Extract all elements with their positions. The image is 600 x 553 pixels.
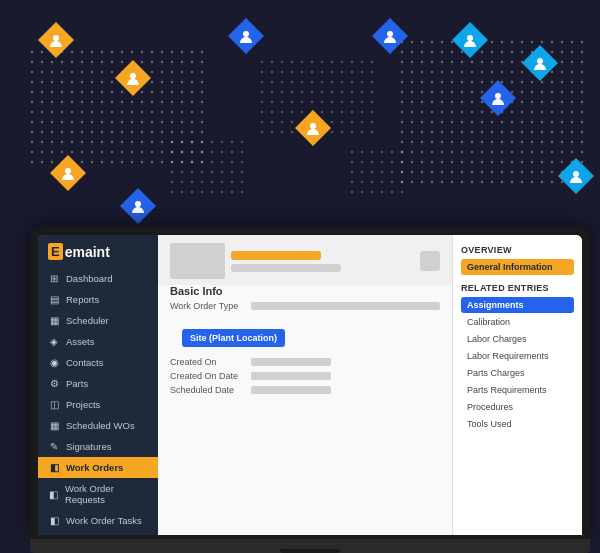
overview-title: Overview — [461, 245, 574, 255]
header-title-placeholder — [231, 251, 321, 260]
svg-rect-4 — [400, 40, 590, 190]
sidebar-label-projects: Projects — [66, 399, 100, 410]
sidebar-item-parts[interactable]: ⚙ Parts — [38, 373, 158, 394]
scheduled-date-value — [251, 386, 331, 394]
work-order-type-value — [251, 302, 440, 310]
svg-rect-6 — [350, 150, 410, 200]
sidebar: E emaint ⊞ Dashboard ▤ Reports ▦ Schedul… — [38, 235, 158, 535]
sidebar-item-scheduled-wos[interactable]: ▦ Scheduled WOs — [38, 415, 158, 436]
sidebar-label-parts: Parts — [66, 378, 88, 389]
projects-icon: ◫ — [48, 399, 60, 410]
svg-point-14 — [135, 201, 141, 207]
sidebar-label-reports: Reports — [66, 294, 99, 305]
logo-letter: E — [48, 243, 63, 260]
svg-point-10 — [310, 123, 316, 129]
related-entries-title: Related Entries — [461, 283, 574, 293]
laptop-base — [30, 539, 590, 553]
site-button[interactable]: Site (Plant Location) — [182, 329, 285, 347]
laptop-screen: E emaint ⊞ Dashboard ▤ Reports ▦ Schedul… — [38, 235, 582, 535]
header-image-placeholder — [170, 243, 225, 279]
panel-item-tools-used[interactable]: Tools Used — [461, 416, 574, 432]
svg-point-11 — [243, 31, 249, 37]
svg-point-9 — [65, 168, 71, 174]
scheduled-date-label: Scheduled Date — [170, 385, 245, 395]
sidebar-label-work-orders: Work Orders — [66, 462, 123, 473]
laptop-screen-outer: E emaint ⊞ Dashboard ▤ Reports ▦ Schedul… — [30, 227, 590, 539]
svg-point-8 — [130, 73, 136, 79]
sidebar-item-work-orders[interactable]: ◧ Work Orders — [38, 457, 158, 478]
sidebar-item-work-order-requests[interactable]: ◧ Work Order Requests — [38, 478, 158, 510]
panel-item-labor-charges[interactable]: Labor Charges — [461, 331, 574, 347]
svg-point-17 — [573, 171, 579, 177]
sidebar-label-dashboard: Dashboard — [66, 273, 112, 284]
sidebar-label-contacts: Contacts — [66, 357, 104, 368]
sidebar-item-signatures[interactable]: ✎ Signatures — [38, 436, 158, 457]
sidebar-label-signatures: Signatures — [66, 441, 111, 452]
panel-item-calibration[interactable]: Calibration — [461, 314, 574, 330]
sidebar-label-scheduler: Scheduler — [66, 315, 109, 326]
header-subtitle-placeholder — [231, 264, 341, 272]
svg-point-12 — [387, 31, 393, 37]
sidebar-item-contacts[interactable]: ◉ Contacts — [38, 352, 158, 373]
created-on-date-label: Created On Date — [170, 371, 245, 381]
work-order-requests-icon: ◧ — [48, 489, 59, 500]
created-on-value — [251, 358, 331, 366]
main-content: Basic Info Work Order Type Site (Plant L… — [158, 235, 452, 535]
extra-fields-section: Created On Created On Date Scheduled Dat… — [158, 357, 452, 407]
work-orders-icon: ◧ — [48, 462, 60, 473]
sidebar-label-work-order-tasks: Work Order Tasks — [66, 515, 142, 526]
svg-rect-5 — [170, 140, 250, 200]
work-order-type-row: Work Order Type — [170, 301, 440, 311]
created-on-date-row: Created On Date — [170, 371, 440, 381]
work-order-type-label: Work Order Type — [170, 301, 245, 311]
scheduled-date-row: Scheduled Date — [170, 385, 440, 395]
created-on-row: Created On — [170, 357, 440, 367]
header-action-placeholder — [420, 251, 440, 271]
svg-point-15 — [467, 35, 473, 41]
created-on-date-value — [251, 372, 331, 380]
contacts-icon: ◉ — [48, 357, 60, 368]
panel-item-assignments[interactable]: Assignments — [461, 297, 574, 313]
right-panel: Overview General Information Related Ent… — [452, 235, 582, 535]
scheduled-wos-icon: ▦ — [48, 420, 60, 431]
sidebar-item-reports[interactable]: ▤ Reports — [38, 289, 158, 310]
logo-name: emaint — [65, 244, 110, 260]
panel-item-parts-charges[interactable]: Parts Charges — [461, 365, 574, 381]
work-order-tasks-icon: ◧ — [48, 515, 60, 526]
assets-icon: ◈ — [48, 336, 60, 347]
dashboard-icon: ⊞ — [48, 273, 60, 284]
svg-point-7 — [53, 35, 59, 41]
basic-info-title: Basic Info — [170, 285, 440, 297]
scheduler-icon: ▦ — [48, 315, 60, 326]
basic-info-section: Basic Info Work Order Type — [158, 285, 452, 323]
sidebar-label-work-order-requests: Work Order Requests — [65, 483, 148, 505]
laptop-container: E emaint ⊞ Dashboard ▤ Reports ▦ Schedul… — [30, 227, 590, 553]
sidebar-item-work-order-tasks[interactable]: ◧ Work Order Tasks — [38, 510, 158, 531]
svg-point-16 — [537, 58, 543, 64]
created-on-label: Created On — [170, 357, 245, 367]
panel-item-general-info[interactable]: General Information — [461, 259, 574, 275]
sidebar-item-assets[interactable]: ◈ Assets — [38, 331, 158, 352]
sidebar-item-dashboard[interactable]: ⊞ Dashboard — [38, 268, 158, 289]
panel-item-labor-requirements[interactable]: Labor Requirements — [461, 348, 574, 364]
sidebar-item-projects[interactable]: ◫ Projects — [38, 394, 158, 415]
reports-icon: ▤ — [48, 294, 60, 305]
site-button-wrapper: Site (Plant Location) — [170, 325, 440, 351]
panel-item-parts-requirements[interactable]: Parts Requirements — [461, 382, 574, 398]
panel-item-procedures[interactable]: Procedures — [461, 399, 574, 415]
app-logo: E emaint — [38, 235, 158, 268]
svg-point-13 — [495, 93, 501, 99]
signatures-icon: ✎ — [48, 441, 60, 452]
parts-icon: ⚙ — [48, 378, 60, 389]
sidebar-label-scheduled-wos: Scheduled WOs — [66, 420, 135, 431]
sidebar-label-assets: Assets — [66, 336, 95, 347]
sidebar-item-scheduler[interactable]: ▦ Scheduler — [38, 310, 158, 331]
